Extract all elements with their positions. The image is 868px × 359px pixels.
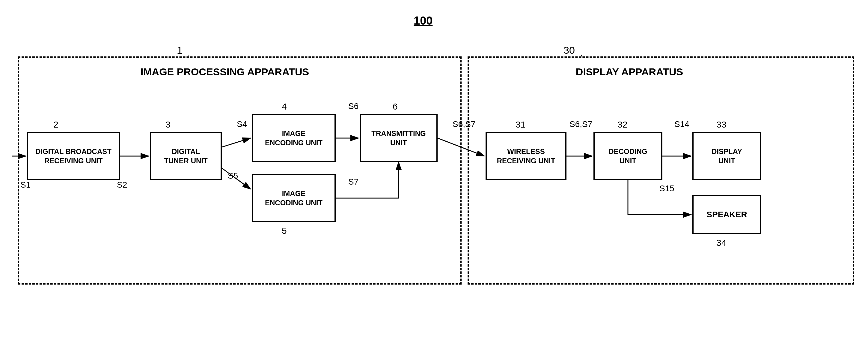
label-2: 2 xyxy=(53,119,58,130)
display-unit-block: DISPLAYUNIT xyxy=(692,132,761,180)
signal-s6: S6 xyxy=(348,102,359,111)
label-31: 31 xyxy=(516,119,525,130)
label-1: 1 xyxy=(177,45,183,56)
diagram-container: 100 1 30 IMAGE PROCESSING APPARATUS DISP… xyxy=(0,0,868,359)
digital-broadcast-block: DIGITAL BROADCASTRECEIVING UNIT xyxy=(27,132,120,180)
signal-s7: S7 xyxy=(348,177,359,187)
image-encoding-bottom-block: IMAGEENCODING UNIT xyxy=(252,174,336,222)
label-5: 5 xyxy=(282,226,287,236)
signal-s15: S15 xyxy=(659,184,674,193)
signal-s1: S1 xyxy=(20,180,31,190)
signal-s4: S4 xyxy=(237,119,247,129)
signal-s6s7-right: S6,S7 xyxy=(569,119,592,129)
decoding-block: DECODINGUNIT xyxy=(593,132,662,180)
label-33: 33 xyxy=(716,119,726,130)
label-4: 4 xyxy=(282,102,287,112)
label-32: 32 xyxy=(617,119,627,130)
label-6: 6 xyxy=(393,102,398,112)
label-30: 30 xyxy=(563,45,575,56)
signal-s14: S14 xyxy=(674,119,689,129)
signal-s5: S5 xyxy=(228,171,238,181)
transmitting-block: TRANSMITTINGUNIT xyxy=(360,114,438,162)
signal-s2: S2 xyxy=(117,180,127,190)
main-label: 100 xyxy=(414,15,433,27)
speaker-block: SPEAKER xyxy=(692,195,761,234)
label-3: 3 xyxy=(165,119,170,130)
image-processing-title: IMAGE PROCESSING APPARATUS xyxy=(90,66,360,78)
label-34: 34 xyxy=(716,238,726,248)
wireless-receiving-block: WIRELESSRECEIVING UNIT xyxy=(486,132,566,180)
signal-s6s7-left: S6,S7 xyxy=(453,119,475,129)
digital-tuner-block: DIGITALTUNER UNIT xyxy=(150,132,222,180)
image-encoding-top-block: IMAGEENCODING UNIT xyxy=(252,114,336,162)
display-apparatus-title: DISPLAY APPARATUS xyxy=(509,66,749,78)
